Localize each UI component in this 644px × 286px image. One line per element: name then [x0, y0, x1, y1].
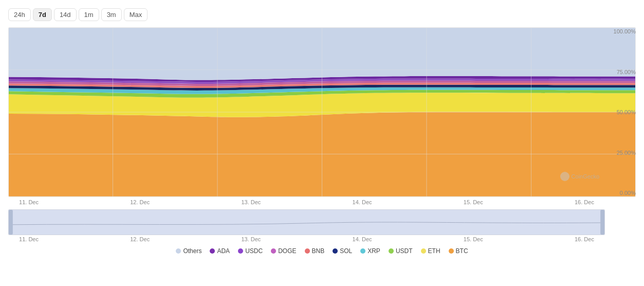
legend-dot-eth: [421, 248, 426, 254]
legend-dot-doge: [271, 248, 276, 254]
mini-x-label-14dec: 14. Dec: [342, 236, 383, 242]
mini-x-label-13dec: 13. Dec: [230, 236, 271, 242]
svg-rect-12: [9, 210, 13, 235]
btn-24h[interactable]: 24h: [8, 8, 31, 21]
chart-wrapper: CoinGecko 100.00% 75.00% 50.00% 25.00% 0…: [8, 27, 636, 255]
y-label-75: 75.00%: [617, 69, 636, 75]
main-chart: CoinGecko: [8, 27, 636, 197]
x-label-15dec: 15. Dec: [453, 199, 494, 205]
legend-label-usdt: USDT: [396, 247, 413, 255]
mini-x-label-11dec: 11. Dec: [8, 236, 49, 242]
btn-14d[interactable]: 14d: [54, 8, 77, 21]
legend-label-btc: BTC: [456, 247, 468, 255]
x-axis-mini: 11. Dec 12. Dec 13. Dec 14. Dec 15. Dec …: [8, 235, 605, 243]
legend-usdt: USDT: [389, 247, 413, 255]
legend-eth: ETH: [421, 247, 440, 255]
legend-dot-sol: [333, 248, 338, 254]
time-filter-bar: 24h 7d 14d 1m 3m Max: [8, 8, 636, 21]
legend-label-bnb: BNB: [312, 247, 325, 255]
legend-label-usdc: USDC: [245, 247, 263, 255]
btn-3m[interactable]: 3m: [101, 8, 122, 21]
watermark: CoinGecko: [560, 172, 599, 181]
watermark-logo: [560, 172, 569, 181]
mini-chart[interactable]: [8, 209, 605, 235]
mini-x-label-16dec: 16. Dec: [564, 236, 605, 242]
legend-dot-usdt: [389, 248, 394, 254]
x-axis-main: 11. Dec 12. Dec 13. Dec 14. Dec 15. Dec …: [8, 197, 605, 207]
legend-dot-ada: [210, 248, 215, 254]
btn-1m[interactable]: 1m: [79, 8, 99, 21]
legend-label-sol: SOL: [340, 247, 352, 255]
btn-7d[interactable]: 7d: [33, 8, 52, 21]
legend-dot-bnb: [305, 248, 310, 254]
x-label-16dec: 16. Dec: [564, 199, 605, 205]
legend-btc: BTC: [449, 247, 468, 255]
legend-label-doge: DOGE: [278, 247, 296, 255]
y-label-50: 50.00%: [617, 109, 636, 115]
legend-dot-others: [176, 248, 181, 254]
mini-x-label-12dec: 12. Dec: [119, 236, 160, 242]
svg-rect-13: [600, 210, 604, 235]
svg-rect-11: [9, 210, 604, 235]
legend-dot-xrp: [360, 248, 365, 254]
btn-max[interactable]: Max: [124, 8, 148, 21]
legend-dot-usdc: [238, 248, 243, 254]
legend-doge: DOGE: [271, 247, 296, 255]
legend-label-others: Others: [183, 247, 201, 255]
x-label-13dec: 13. Dec: [230, 199, 271, 205]
x-label-11dec: 11. Dec: [8, 199, 49, 205]
legend-dot-btc: [449, 248, 454, 254]
legend-label-ada: ADA: [217, 247, 230, 255]
chart-legend: Others ADA USDC DOGE BNB SOL XRP USDT: [8, 247, 636, 255]
legend-label-eth: ETH: [428, 247, 440, 255]
x-label-14dec: 14. Dec: [342, 199, 383, 205]
legend-bnb: BNB: [305, 247, 325, 255]
y-label-0: 0.00%: [620, 190, 636, 196]
mini-x-label-15dec: 15. Dec: [453, 236, 494, 242]
legend-label-xrp: XRP: [367, 247, 380, 255]
y-label-25: 25.00%: [617, 150, 636, 156]
legend-ada: ADA: [210, 247, 230, 255]
x-label-12dec: 12. Dec: [119, 199, 160, 205]
legend-sol: SOL: [333, 247, 352, 255]
y-label-100: 100.00%: [614, 28, 636, 34]
legend-xrp: XRP: [360, 247, 380, 255]
watermark-text: CoinGecko: [572, 173, 599, 180]
y-axis: 100.00% 75.00% 50.00% 25.00% 0.00%: [606, 27, 636, 197]
legend-others: Others: [176, 247, 201, 255]
legend-usdc: USDC: [238, 247, 263, 255]
